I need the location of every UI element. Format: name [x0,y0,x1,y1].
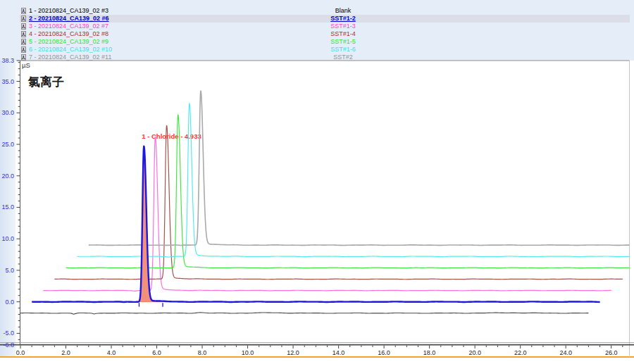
chromatogram-icon [21,8,26,14]
svg-text:18.0: 18.0 [423,349,436,356]
legend-row-4[interactable]: 4 - 20210824_CA139_02 #8SST#1-4 [20,30,630,38]
sample-name-label: SST#1-2 [295,15,391,23]
chromatography-viewer-window: 1 - 20210824_CA139_02 #3Blank2 - 2021082… [0,0,634,364]
injection-label: 1 - 20210824_CA139_02 #3 [29,7,108,15]
chromatogram-icon [21,54,26,61]
sample-name-label: Blank [295,7,391,15]
injection-label: 3 - 20210824_CA139_02 #7 [29,23,108,30]
legend-row-1[interactable]: 1 - 20210824_CA139_02 #3Blank [20,7,630,15]
svg-text:10.0: 10.0 [242,349,254,356]
svg-text:4.0: 4.0 [107,349,116,356]
sample-name-label: SST#1-6 [295,46,391,54]
injection-label: 2 - 20210824_CA139_02 #6 [29,15,109,23]
svg-text:35.0: 35.0 [1,78,14,85]
svg-text:0.0: 0.0 [5,299,14,306]
svg-text:16.0: 16.0 [378,349,390,356]
svg-text:22.0: 22.0 [514,349,527,356]
svg-text:6.0: 6.0 [152,349,161,356]
sample-name-label: SST#1-5 [295,38,391,46]
svg-text:14.0: 14.0 [332,349,345,356]
svg-text:-5.0: -5.0 [3,330,14,337]
chromatogram-icon [21,15,26,22]
svg-text:12.0: 12.0 [287,349,299,356]
svg-text:30.0: 30.0 [1,109,14,116]
sample-name-label: SST#1-3 [295,23,391,30]
svg-text:10.0: 10.0 [1,235,14,242]
injection-label: 7 - 20210824_CA139_02 #11 [29,54,111,61]
chromatogram-icon [21,23,26,30]
injection-label: 4 - 20210824_CA139_02 #8 [29,30,108,38]
svg-text:-6.8: -6.8 [3,341,14,349]
sample-name-label: SST#2 [295,54,391,61]
chromatogram-icon [21,31,26,37]
svg-text:8.0: 8.0 [198,349,207,356]
sample-name-label: SST#1-4 [295,30,391,38]
pane-bottom-border [0,356,634,358]
legend-row-6[interactable]: 6 - 20210824_CA139_02 #10SST#1-6 [20,46,630,54]
legend-row-2[interactable]: 2 - 20210824_CA139_02 #6SST#1-2 [20,15,630,23]
svg-text:25.0: 25.0 [1,141,14,148]
injection-label: 5 - 20210824_CA139_02 #9 [29,38,108,46]
svg-text:15.0: 15.0 [1,203,14,211]
svg-text:5.0: 5.0 [5,267,14,274]
svg-text:2.0: 2.0 [61,349,70,356]
legend-row-5[interactable]: 5 - 20210824_CA139_02 #9SST#1-5 [20,38,630,46]
injection-legend-panel: 1 - 20210824_CA139_02 #3Blank2 - 2021082… [0,0,634,61]
svg-text:24.0: 24.0 [559,349,572,356]
legend-row-3[interactable]: 3 - 20210824_CA139_02 #7SST#1-3 [20,23,630,30]
svg-text:0.0: 0.0 [16,349,25,356]
chromatogram-icon [21,46,26,53]
chromatogram-plot[interactable] [20,61,629,344]
injection-label: 6 - 20210824_CA139_02 #10 [29,46,112,54]
legend-row-7[interactable]: 7 - 20210824_CA139_02 #11SST#2 [20,54,630,61]
chromatogram-icon [21,39,26,45]
svg-text:20.0: 20.0 [468,349,481,356]
svg-text:20.0: 20.0 [1,172,14,180]
y-axis-strip [0,61,15,357]
svg-text:26.0: 26.0 [605,349,618,356]
